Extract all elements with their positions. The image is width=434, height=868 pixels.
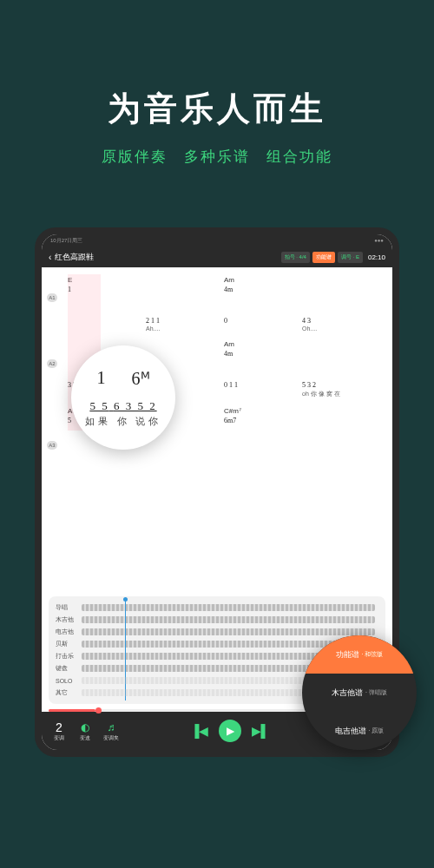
next-button[interactable]: ▶▌ <box>250 724 271 738</box>
bar-label: 4m <box>224 286 302 293</box>
play-icon: ▶ <box>227 725 234 737</box>
lyric: Oh.... <box>302 326 380 332</box>
playhead[interactable] <box>125 600 126 700</box>
prev-button[interactable]: ▐◀ <box>189 724 210 738</box>
play-button[interactable]: ▶ <box>219 720 241 742</box>
section-marker: A2 <box>47 359 57 368</box>
notation-cell: 1 <box>68 286 146 293</box>
gauge-icon: ◐ <box>81 720 89 734</box>
score-type-badge[interactable]: 功能谱 <box>312 252 335 263</box>
tablet-frame: 10月27日周三 ●●● ‹ 红色高跟鞋 拍号 · 4/4 功能谱 调号 · E… <box>35 227 399 757</box>
track-label[interactable]: 电吉他 <box>56 628 82 636</box>
section-marker: A1 <box>47 293 57 302</box>
score-select-popup: 功能谱· 和弦版 木吉他谱· 弹唱版 电吉他谱· 原版 <box>302 635 417 750</box>
capo-icon: ♬ <box>108 720 115 734</box>
track-label[interactable]: 打击乐 <box>56 652 82 661</box>
score-option[interactable]: 木吉他谱· 弹唱版 <box>302 674 417 712</box>
lyric: Ah.... <box>146 326 224 332</box>
tempo-control[interactable]: ◐ 变速 <box>75 720 95 742</box>
skip-back-icon: ▐◀ <box>191 724 209 738</box>
chord-label: Am <box>224 340 302 348</box>
lyric: oh 你 像 窝 在 <box>302 390 380 398</box>
bar-label: 6m7 <box>224 417 302 424</box>
chord-label: C#m⁷ <box>224 407 302 415</box>
app-topbar: ‹ 红色高跟鞋 拍号 · 4/4 功能谱 调号 · E 02:10 <box>42 247 392 267</box>
back-button[interactable]: ‹ <box>49 253 51 262</box>
section-marker: A3 <box>47 441 57 450</box>
chord-label: Am <box>224 276 302 284</box>
skip-forward-icon: ▶▌ <box>252 724 270 738</box>
status-bar: 10月27日周三 ●●● <box>42 234 392 247</box>
capo-control[interactable]: ♬ 变调夹 <box>101 720 122 742</box>
duration: 02:10 <box>368 253 385 261</box>
track-label[interactable]: 木吉他 <box>56 615 82 624</box>
track-label[interactable]: SOLO <box>56 678 82 684</box>
time-signature-badge[interactable]: 拍号 · 4/4 <box>281 252 310 263</box>
key-badge[interactable]: 调号 · E <box>338 252 363 263</box>
song-title: 红色高跟鞋 <box>55 252 280 263</box>
hero-subtitle: 原版伴奏 多种乐谱 组合功能 <box>17 147 417 167</box>
sheet-area[interactable]: E Am A1 1 4m 2 1 1 0 4 3 Ah.... <box>42 267 392 593</box>
magnifier-lens: 1 6ᴹ 5 5 6 3 5 2 如果 你 说你 <box>71 345 175 450</box>
track-label[interactable]: 其它 <box>56 688 82 697</box>
transpose-control[interactable]: 2 变调 <box>49 720 69 742</box>
hero-title: 为音乐人而生 <box>17 87 417 131</box>
track-label[interactable]: 贝斯 <box>56 640 82 648</box>
bar-label: 4m <box>224 350 302 358</box>
track-label[interactable]: 导唱 <box>56 603 82 612</box>
track-label[interactable]: 键盘 <box>56 664 82 673</box>
